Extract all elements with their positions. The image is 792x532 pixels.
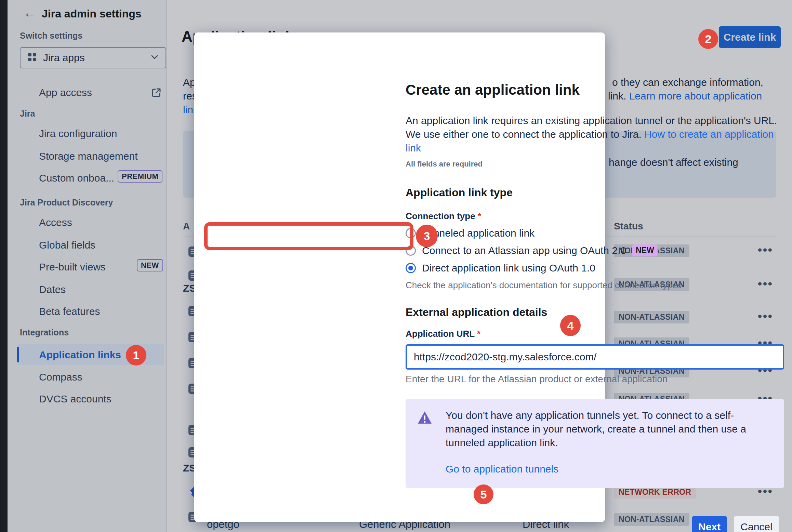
- required-fields-note: All fields are required: [406, 160, 483, 169]
- required-asterisk: *: [478, 211, 481, 221]
- required-asterisk: *: [477, 329, 480, 339]
- application-url-value: https://zcod2020-stg.my.salesforce.com/: [414, 351, 597, 363]
- warning-icon: [417, 410, 432, 425]
- go-to-application-tunnels-link[interactable]: Go to application tunnels: [446, 463, 558, 475]
- annotation-step-3: 3: [416, 225, 438, 247]
- dialog-title: Create an application link: [406, 82, 580, 98]
- application-link-type-heading: Application link type: [406, 186, 513, 199]
- warning-text: You don't have any application tunnels y…: [446, 409, 747, 450]
- connection-type-helper: Check the application's documentation fo…: [406, 280, 682, 291]
- dialog-description-line2: We use either one to connect the applica…: [406, 128, 786, 155]
- new-badge: NEW: [632, 244, 658, 256]
- next-button[interactable]: Next: [692, 516, 727, 532]
- dialog-description-line1: An application link requires an existing…: [406, 114, 786, 128]
- cancel-button[interactable]: Cancel: [734, 516, 779, 532]
- application-url-helper: Enter the URL for the Atlassian product …: [406, 374, 668, 385]
- annotation-step-1: 1: [126, 345, 146, 365]
- radio-option-oauth1[interactable]: Direct application link using OAuth 1.0: [406, 262, 595, 274]
- annotation-step-5: 5: [474, 484, 493, 504]
- connection-type-label: Connection type *: [406, 211, 481, 222]
- application-url-input[interactable]: https://zcod2020-stg.my.salesforce.com/: [406, 344, 784, 370]
- annotation-step-4: 4: [560, 315, 581, 336]
- radio-checked-icon[interactable]: [406, 263, 416, 273]
- external-application-details-heading: External application details: [406, 306, 547, 319]
- application-url-label: Application URL *: [406, 329, 480, 339]
- create-application-link-dialog: Create an application link An applicatio…: [194, 32, 605, 522]
- annotation-highlight-box: [204, 222, 413, 250]
- annotation-step-2: 2: [698, 29, 718, 49]
- radio-option-oauth2[interactable]: Connect to an Atlassian app using OAuth …: [406, 244, 658, 256]
